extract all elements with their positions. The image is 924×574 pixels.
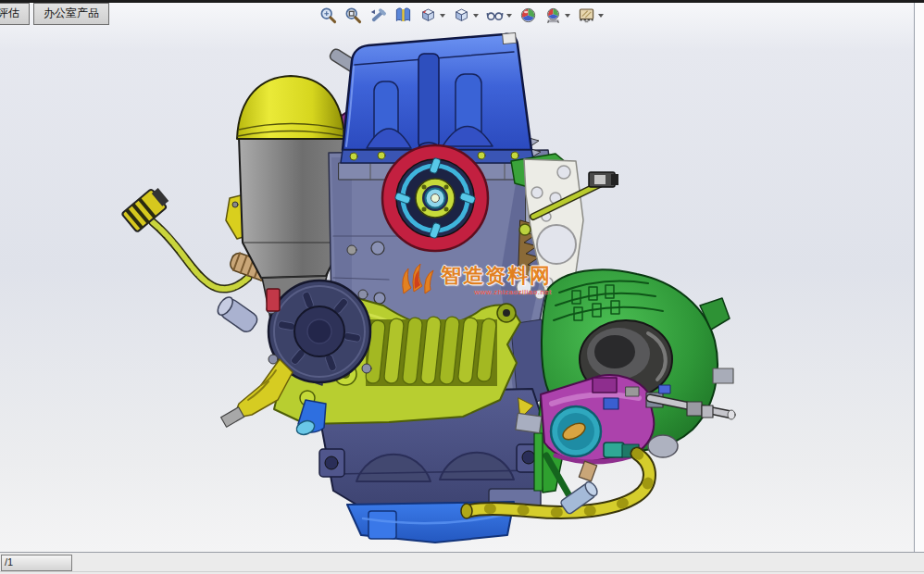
dropdown-arrow[interactable] <box>440 14 445 18</box>
view-orientation-button[interactable] <box>418 6 446 25</box>
section-view-icon <box>394 6 412 24</box>
pulley-assembly <box>382 145 488 251</box>
statusbar-divider <box>0 571 924 572</box>
hide-show-items-icon <box>486 6 504 24</box>
view-orientation-icon <box>419 6 437 24</box>
view-settings-icon <box>578 6 595 24</box>
valve-cover <box>341 32 534 163</box>
hide-show-items-button[interactable] <box>485 6 513 25</box>
dropdown-arrow[interactable] <box>473 14 479 18</box>
model-tab[interactable]: /1 <box>1 555 72 571</box>
previous-view-button[interactable] <box>368 6 388 25</box>
dropdown-arrow[interactable] <box>598 14 604 18</box>
zoom-to-fit-icon <box>319 6 337 24</box>
apply-scene-button[interactable] <box>543 6 571 25</box>
previous-view-icon <box>369 6 387 24</box>
heads-up-toolbar <box>318 6 605 25</box>
graphics-viewport[interactable]: 智造资料网 www.zhizaoziliao.net <box>0 0 924 554</box>
engine-3d-model <box>0 0 924 554</box>
taskpane-strip <box>915 3 924 553</box>
window-top-border <box>0 0 924 3</box>
display-style-button[interactable] <box>452 6 480 25</box>
status-bar: /1 <box>0 552 924 574</box>
apply-scene-icon <box>544 6 562 24</box>
zoom-to-area-button[interactable] <box>343 6 363 25</box>
edit-appearance-button[interactable] <box>518 6 538 25</box>
solidworks-window: 智造资料网 www.zhizaoziliao.net 评估 办公室产品 <box>0 0 924 574</box>
section-view-button[interactable] <box>393 6 413 25</box>
commandmanager-tabs: 评估 办公室产品 <box>0 3 109 25</box>
dropdown-arrow[interactable] <box>565 14 570 18</box>
view-settings-button[interactable] <box>577 6 605 25</box>
tab-office-products[interactable]: 办公室产品 <box>33 3 109 25</box>
tab-evaluate[interactable]: 评估 <box>0 3 30 25</box>
display-style-icon <box>453 6 470 24</box>
zoom-to-fit-button[interactable] <box>318 6 338 25</box>
edit-appearance-icon <box>519 6 537 24</box>
dropdown-arrow[interactable] <box>506 14 512 18</box>
zoom-to-area-icon <box>344 6 362 24</box>
